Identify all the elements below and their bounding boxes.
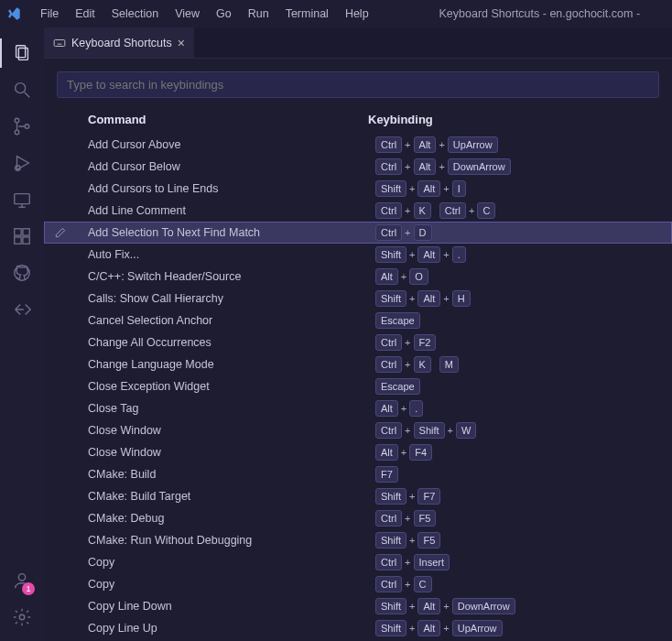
- command-label: CMake: Build: [77, 468, 374, 481]
- table-row[interactable]: Add Line CommentCtrl+K Ctrl+C: [44, 200, 672, 222]
- run-debug-icon[interactable]: [0, 145, 44, 181]
- accounts-icon[interactable]: 1: [0, 562, 44, 599]
- key-cap: UpArrow: [448, 136, 498, 153]
- table-row[interactable]: Auto Fix...Shift+Alt+.: [44, 244, 672, 266]
- svg-point-5: [15, 130, 19, 135]
- key-cap: Escape: [375, 312, 420, 329]
- key-cap: D: [414, 224, 432, 241]
- command-label: Change Language Mode: [77, 358, 374, 371]
- activity-bar: 1: [0, 27, 44, 641]
- table-row[interactable]: Copy Line UpShift+Alt+UpArrow: [44, 617, 672, 639]
- editor-tabs: Keyboard Shortcuts ×: [44, 27, 672, 59]
- search-icon[interactable]: [0, 71, 44, 108]
- header-keybinding[interactable]: Keybinding: [368, 113, 659, 126]
- command-label: Copy: [77, 556, 374, 569]
- key-cap: I: [452, 180, 466, 197]
- command-label: Add Cursor Below: [77, 160, 374, 173]
- key-cap: F4: [409, 444, 432, 461]
- table-row[interactable]: Calls: Show Call HierarchyShift+Alt+H: [44, 288, 672, 310]
- command-label: CMake: Run Without Debugging: [77, 534, 374, 547]
- table-row[interactable]: Change All OccurrencesCtrl+F2: [44, 331, 672, 353]
- command-label: Change All Occurrences: [77, 336, 374, 349]
- shortcuts-list[interactable]: Add Cursor AboveCtrl+Alt+UpArrowAdd Curs…: [44, 134, 672, 639]
- table-row[interactable]: CopyCtrl+C: [44, 573, 672, 595]
- keybinding-cell: Ctrl+K M: [374, 356, 672, 373]
- key-cap: Ctrl: [375, 576, 402, 592]
- key-cap: Ctrl: [375, 158, 402, 175]
- keybinding-cell: Alt+O: [374, 268, 672, 285]
- source-control-icon[interactable]: [0, 108, 44, 145]
- live-share-icon[interactable]: [0, 291, 44, 328]
- keybinding-cell: Alt+F4: [374, 444, 672, 461]
- table-row[interactable]: Cancel Selection AnchorEscape: [44, 310, 672, 331]
- key-cap: K: [414, 356, 431, 373]
- key-cap: F7: [417, 488, 440, 505]
- key-cap: Ctrl: [375, 422, 402, 439]
- table-row[interactable]: Close TagAlt+.: [44, 397, 672, 419]
- command-label: Close Window: [77, 424, 374, 437]
- search-keybindings-input[interactable]: [57, 71, 659, 98]
- command-label: CMake: Debug: [77, 512, 374, 525]
- table-row[interactable]: Add Selection To Next Find MatchCtrl+D: [44, 222, 672, 244]
- table-row[interactable]: CMake: Run Without DebuggingShift+F5: [44, 529, 672, 551]
- menu-view[interactable]: View: [168, 4, 207, 24]
- key-cap: UpArrow: [452, 620, 503, 636]
- svg-rect-13: [15, 237, 21, 244]
- key-cap: Shift: [375, 180, 406, 197]
- table-row[interactable]: Add Cursor AboveCtrl+Alt+UpArrow: [44, 134, 672, 156]
- tab-keyboard-shortcuts[interactable]: Keyboard Shortcuts ×: [44, 27, 195, 58]
- table-row[interactable]: Copy Line DownShift+Alt+DownArrow: [44, 595, 672, 617]
- menu-run[interactable]: Run: [241, 4, 276, 24]
- menu-terminal[interactable]: Terminal: [278, 4, 336, 24]
- key-cap: C: [477, 202, 495, 219]
- key-cap: K: [414, 202, 431, 219]
- table-row[interactable]: CMake: BuildF7: [44, 463, 672, 485]
- key-cap: Ctrl: [375, 356, 402, 373]
- key-cap: M: [439, 356, 459, 373]
- key-cap: Insert: [414, 554, 450, 570]
- table-row[interactable]: CMake: Build TargetShift+F7: [44, 485, 672, 507]
- key-cap: F7: [375, 466, 398, 483]
- table-header: Command Keybinding: [44, 105, 672, 134]
- key-cap: Ctrl: [375, 136, 402, 153]
- tab-label: Keyboard Shortcuts: [71, 37, 172, 49]
- table-row[interactable]: C/C++: Switch Header/SourceAlt+O: [44, 266, 672, 288]
- key-cap: F5: [417, 532, 440, 549]
- key-cap: Shift: [375, 598, 406, 614]
- key-cap: Shift: [375, 620, 406, 636]
- svg-rect-1: [18, 49, 27, 60]
- table-row[interactable]: Add Cursor BelowCtrl+Alt+DownArrow: [44, 156, 672, 178]
- key-cap: Alt: [375, 268, 398, 285]
- remote-explorer-icon[interactable]: [0, 181, 44, 218]
- key-cap: Alt: [417, 290, 440, 307]
- table-row[interactable]: Close WindowAlt+F4: [44, 441, 672, 463]
- header-command[interactable]: Command: [44, 113, 368, 126]
- svg-rect-0: [16, 46, 26, 58]
- table-row[interactable]: CopyCtrl+Insert: [44, 551, 672, 573]
- key-cap: .: [452, 246, 466, 263]
- key-cap: Alt: [414, 158, 437, 175]
- menu-go[interactable]: Go: [209, 4, 239, 24]
- table-row[interactable]: CMake: DebugCtrl+F5: [44, 507, 672, 529]
- menu-file[interactable]: File: [33, 4, 66, 24]
- table-row[interactable]: Add Cursors to Line EndsShift+Alt+I: [44, 178, 672, 200]
- menu-selection[interactable]: Selection: [104, 4, 166, 24]
- keybinding-cell: Shift+Alt+.: [374, 246, 672, 263]
- table-row[interactable]: Close WindowCtrl+Shift+W: [44, 419, 672, 441]
- settings-gear-icon[interactable]: [0, 599, 44, 636]
- command-label: Cancel Selection Anchor: [77, 314, 374, 327]
- table-row[interactable]: Change Language ModeCtrl+K M: [44, 353, 672, 375]
- close-icon[interactable]: ×: [178, 36, 185, 50]
- explorer-icon[interactable]: [0, 35, 44, 71]
- keybinding-cell: Shift+Alt+DownArrow: [374, 598, 672, 614]
- edit-icon[interactable]: [44, 226, 77, 239]
- key-cap: Ctrl: [439, 202, 466, 219]
- table-row[interactable]: Close Exception WidgetEscape: [44, 375, 672, 397]
- menu-edit[interactable]: Edit: [68, 4, 103, 24]
- github-icon[interactable]: [0, 255, 44, 291]
- menu-help[interactable]: Help: [338, 4, 376, 24]
- key-cap: Alt: [417, 180, 440, 197]
- extensions-icon[interactable]: [0, 218, 44, 255]
- command-label: Close Exception Widget: [77, 380, 374, 393]
- svg-rect-8: [15, 194, 30, 204]
